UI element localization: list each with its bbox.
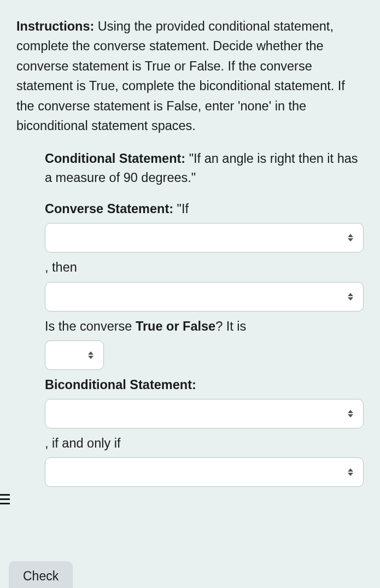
conditional-label: Conditional Statement: [45, 151, 185, 166]
truefalse-question: Is the converse True or False? It is [45, 317, 364, 336]
updown-icon [347, 292, 354, 302]
biconditional-heading: Biconditional Statement: [45, 375, 364, 395]
tf-post: ? It is [215, 319, 246, 333]
instructions-text: Instructions: Using the provided conditi… [16, 16, 364, 136]
biconditional-label: Biconditional Statement: [45, 378, 196, 392]
check-button[interactable]: Check [9, 561, 73, 588]
updown-icon [87, 350, 95, 360]
biconditional-select-1[interactable] [45, 399, 364, 428]
converse-lead: Converse Statement: "If [45, 199, 364, 219]
instructions-label: Instructions: [16, 19, 94, 33]
biconditional-select-2[interactable] [45, 457, 364, 487]
converse-select-2[interactable] [45, 282, 364, 311]
converse-if: "If [173, 202, 189, 216]
tf-bold: True or False [136, 319, 215, 333]
updown-icon [347, 409, 354, 419]
menu-icon[interactable] [0, 491, 12, 507]
converse-then: , then [45, 258, 364, 277]
converse-select-1[interactable] [45, 223, 364, 252]
instructions-body: Using the provided conditional statement… [16, 19, 345, 133]
updown-icon [347, 467, 354, 477]
converse-label: Converse Statement: [45, 202, 173, 216]
truefalse-select[interactable] [45, 340, 104, 370]
updown-icon [347, 233, 354, 243]
conditional-statement: Conditional Statement: "If an angle is r… [45, 149, 364, 188]
tf-pre: Is the converse [45, 319, 136, 333]
biconditional-iff: , if and only if [45, 434, 364, 453]
